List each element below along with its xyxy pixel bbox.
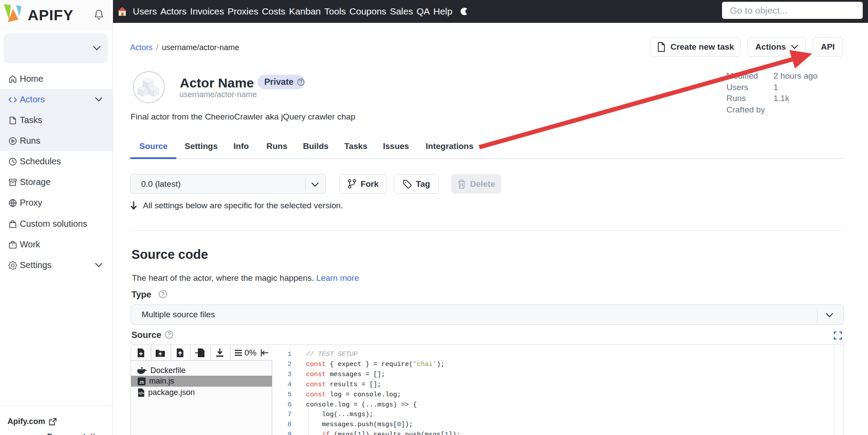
svg-text:</>: </> [139,391,144,395]
svg-text:JS: JS [139,380,144,384]
